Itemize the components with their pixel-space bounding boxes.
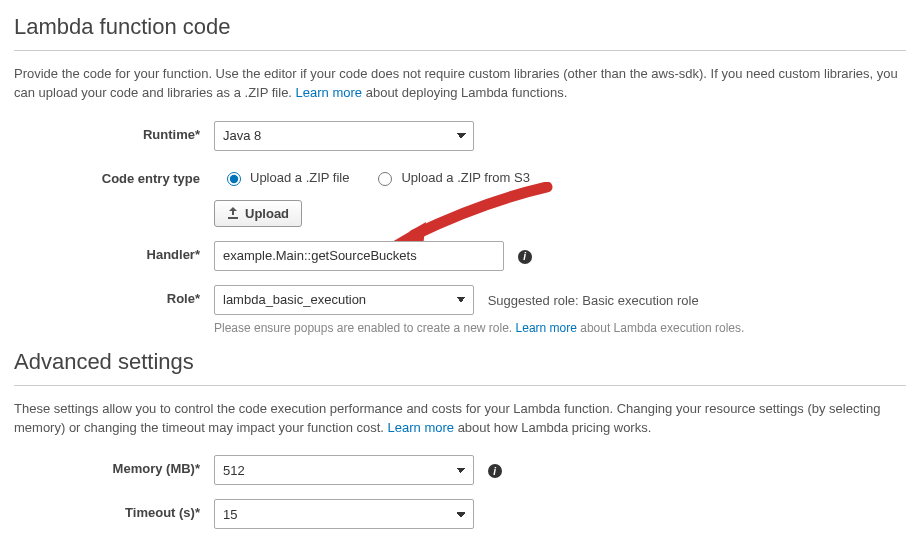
upload-icon — [227, 207, 239, 219]
role-hint-link[interactable]: Learn more — [516, 321, 577, 335]
role-hint: Please ensure popups are enabled to crea… — [214, 321, 906, 335]
role-hint-after: about Lambda execution roles. — [577, 321, 744, 335]
learn-more-link[interactable]: Learn more — [296, 85, 362, 100]
learn-more-link-adv[interactable]: Learn more — [388, 420, 454, 435]
role-hint-before: Please ensure popups are enabled to crea… — [214, 321, 516, 335]
desc-text-after: about deploying Lambda functions. — [362, 85, 567, 100]
radio-upload-s3-label: Upload a .ZIP from S3 — [401, 170, 529, 185]
timeout-label: Timeout (s)* — [14, 499, 214, 520]
divider — [14, 50, 906, 51]
radio-upload-s3[interactable]: Upload a .ZIP from S3 — [373, 169, 529, 186]
divider — [14, 385, 906, 386]
advanced-description: These settings allow you to control the … — [14, 400, 906, 438]
radio-upload-zip[interactable]: Upload a .ZIP file — [222, 169, 349, 186]
memory-select[interactable]: 512 — [214, 455, 474, 485]
radio-upload-zip-label: Upload a .ZIP file — [250, 170, 349, 185]
role-suggested-text: Suggested role: Basic execution role — [488, 293, 699, 308]
section-title-lambda-code: Lambda function code — [14, 14, 906, 46]
timeout-select[interactable]: 15 — [214, 499, 474, 529]
handler-input[interactable] — [214, 241, 504, 271]
radio-upload-s3-input[interactable] — [378, 172, 392, 186]
upload-button-label: Upload — [245, 206, 289, 221]
runtime-select[interactable]: Java 8 — [214, 121, 474, 151]
upload-button[interactable]: Upload — [214, 200, 302, 227]
adv-desc-after: about how Lambda pricing works. — [454, 420, 651, 435]
handler-label: Handler* — [14, 241, 214, 262]
section-title-advanced: Advanced settings — [14, 349, 906, 381]
code-entry-type-label: Code entry type — [14, 165, 214, 186]
info-icon[interactable]: i — [488, 464, 502, 478]
role-select[interactable]: lambda_basic_execution — [214, 285, 474, 315]
runtime-label: Runtime* — [14, 121, 214, 142]
section-description: Provide the code for your function. Use … — [14, 65, 906, 103]
memory-label: Memory (MB)* — [14, 455, 214, 476]
radio-upload-zip-input[interactable] — [227, 172, 241, 186]
info-icon[interactable]: i — [518, 250, 532, 264]
role-label: Role* — [14, 285, 214, 306]
